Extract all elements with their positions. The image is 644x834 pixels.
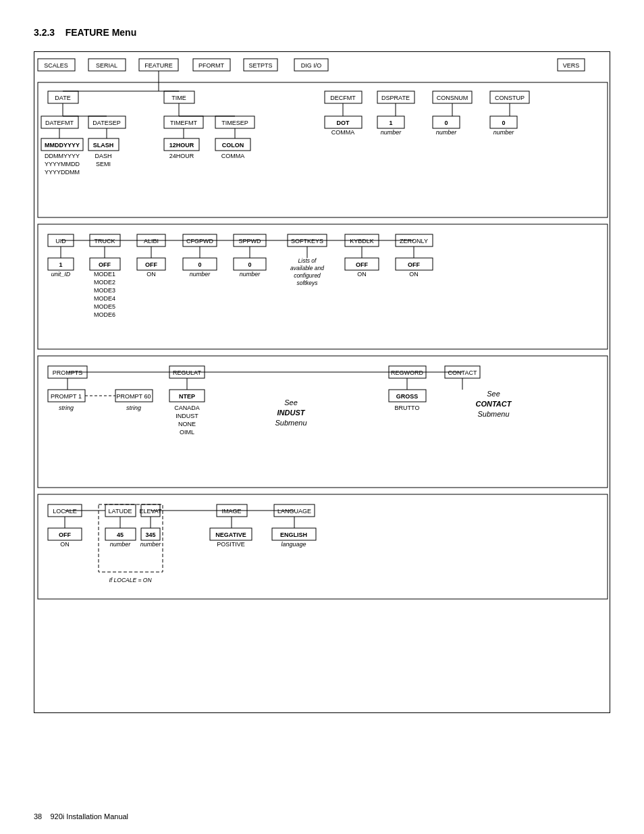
- svg-text:TRUCK: TRUCK: [95, 238, 115, 244]
- svg-text:POSITIVE: POSITIVE: [217, 541, 245, 548]
- section-title: 3.2.3 FEATURE Menu: [34, 27, 610, 38]
- svg-text:SEMI: SEMI: [96, 161, 111, 167]
- svg-text:0: 0: [198, 261, 201, 268]
- svg-text:PROMPTS: PROMPTS: [53, 369, 83, 376]
- svg-text:12HOUR: 12HOUR: [169, 142, 194, 149]
- svg-text:VERS: VERS: [563, 62, 580, 69]
- svg-text:number: number: [190, 271, 211, 278]
- svg-text:ON: ON: [146, 271, 156, 278]
- svg-text:OIML: OIML: [180, 429, 194, 436]
- svg-text:available and: available and: [290, 265, 324, 271]
- footer-manual-title: 920i Installation Manual: [50, 812, 128, 820]
- svg-rect-182: [99, 504, 163, 572]
- svg-text:LANGUAGE: LANGUAGE: [277, 508, 311, 515]
- svg-text:INDUST: INDUST: [277, 409, 306, 417]
- section-heading: FEATURE Menu: [65, 27, 137, 38]
- svg-text:MODE1: MODE1: [94, 271, 115, 278]
- svg-text:ON: ON: [60, 541, 70, 548]
- svg-text:See: See: [487, 390, 500, 398]
- feature-menu-diagram: SCALES SERIAL FEATURE PFORMT SETPTS DIG …: [34, 51, 610, 713]
- svg-text:ON: ON: [409, 271, 419, 278]
- svg-text:ENGLISH: ENGLISH: [280, 531, 307, 538]
- svg-text:OFF: OFF: [408, 261, 420, 268]
- svg-text:OFF: OFF: [59, 531, 71, 538]
- svg-text:DASH: DASH: [95, 153, 111, 159]
- svg-text:TIMESEP: TIMESEP: [221, 120, 248, 126]
- svg-text:number: number: [493, 129, 515, 136]
- svg-text:CONTACT: CONTACT: [448, 369, 477, 376]
- svg-text:TIME: TIME: [171, 95, 186, 101]
- footer-page-number: 38: [34, 812, 42, 820]
- svg-text:DDMMYYYY: DDMMYYYY: [45, 153, 80, 159]
- svg-text:0: 0: [248, 261, 251, 268]
- svg-text:unit_ID: unit_ID: [51, 271, 71, 278]
- svg-text:CANADA: CANADA: [174, 405, 200, 411]
- svg-text:SLASH: SLASH: [93, 142, 114, 149]
- svg-text:IMAGE: IMAGE: [221, 508, 241, 515]
- svg-text:YYYYMMDD: YYYYMMDD: [45, 161, 80, 167]
- svg-text:OFF: OFF: [145, 261, 157, 268]
- svg-text:DATEFMT: DATEFMT: [45, 120, 74, 126]
- svg-text:ON: ON: [357, 271, 367, 278]
- svg-text:MODE5: MODE5: [94, 303, 115, 310]
- svg-text:LATUDE: LATUDE: [109, 508, 132, 515]
- svg-text:number: number: [381, 129, 402, 136]
- svg-text:NTEP: NTEP: [179, 393, 195, 400]
- svg-text:MODE3: MODE3: [94, 287, 115, 294]
- svg-text:DIG I/O: DIG I/O: [301, 62, 322, 69]
- svg-text:language: language: [281, 541, 306, 548]
- svg-text:45: 45: [117, 531, 124, 538]
- svg-text:24HOUR: 24HOUR: [169, 153, 194, 159]
- svg-text:0: 0: [502, 120, 505, 126]
- svg-text:softkeys: softkeys: [296, 280, 318, 286]
- svg-text:YYYYDDMM: YYYYDDMM: [45, 169, 80, 176]
- svg-text:OFF: OFF: [99, 261, 111, 268]
- svg-text:PROMPT 60: PROMPT 60: [117, 393, 151, 400]
- svg-text:configured: configured: [294, 272, 321, 279]
- section-number: 3.2.3: [34, 27, 55, 38]
- svg-text:1: 1: [59, 261, 62, 268]
- svg-text:TIMEFMT: TIMEFMT: [170, 120, 197, 126]
- svg-text:OFF: OFF: [356, 261, 368, 268]
- svg-text:REGWORD: REGWORD: [391, 369, 423, 376]
- svg-text:ZERONLY: ZERONLY: [400, 238, 428, 244]
- svg-text:ELEVAT: ELEVAT: [139, 508, 162, 515]
- svg-text:SETPTS: SETPTS: [248, 62, 272, 69]
- svg-text:SOFTKEYS: SOFTKEYS: [291, 238, 323, 244]
- svg-text:SCALES: SCALES: [44, 62, 68, 69]
- svg-text:UID: UID: [55, 238, 66, 244]
- svg-text:PROMPT 1: PROMPT 1: [51, 393, 82, 400]
- svg-text:ALIBI: ALIBI: [144, 238, 159, 244]
- svg-text:If LOCALE = ON: If LOCALE = ON: [109, 577, 152, 583]
- svg-text:BRUTTO: BRUTTO: [395, 405, 420, 411]
- svg-text:GROSS: GROSS: [396, 393, 419, 400]
- svg-text:INDUST: INDUST: [176, 413, 198, 419]
- svg-text:SERIAL: SERIAL: [96, 62, 117, 69]
- svg-text:number: number: [140, 541, 162, 548]
- svg-text:CONTACT: CONTACT: [476, 400, 512, 408]
- svg-text:SPPWD: SPPWD: [238, 238, 261, 244]
- svg-text:MODE2: MODE2: [94, 279, 115, 286]
- svg-text:MODE6: MODE6: [94, 311, 115, 318]
- svg-text:COMMA: COMMA: [331, 129, 355, 136]
- footer: 38 920i Installation Manual: [34, 812, 128, 820]
- svg-text:NONE: NONE: [178, 421, 196, 427]
- svg-text:DOT: DOT: [337, 120, 350, 126]
- svg-text:FEATURE: FEATURE: [144, 62, 172, 69]
- svg-text:DSPRATE: DSPRATE: [381, 95, 410, 101]
- svg-text:KYBDLK: KYBDLK: [350, 238, 374, 244]
- svg-text:number: number: [110, 541, 132, 548]
- diagram-area: SCALES SERIAL FEATURE PFORMT SETPTS DIG …: [34, 51, 610, 713]
- svg-text:PFORMT: PFORMT: [198, 62, 224, 69]
- svg-text:NEGATIVE: NEGATIVE: [215, 531, 246, 538]
- svg-text:LOCALE: LOCALE: [53, 508, 77, 515]
- svg-text:string: string: [59, 405, 74, 411]
- svg-text:Lists of: Lists of: [298, 257, 318, 264]
- svg-rect-140: [38, 356, 608, 488]
- svg-text:DATE: DATE: [55, 95, 70, 101]
- svg-text:CONSNUM: CONSNUM: [437, 95, 468, 101]
- svg-text:number: number: [436, 129, 458, 136]
- svg-text:CFGPWD: CFGPWD: [186, 238, 213, 244]
- svg-rect-15: [38, 82, 608, 217]
- svg-text:1: 1: [389, 120, 392, 126]
